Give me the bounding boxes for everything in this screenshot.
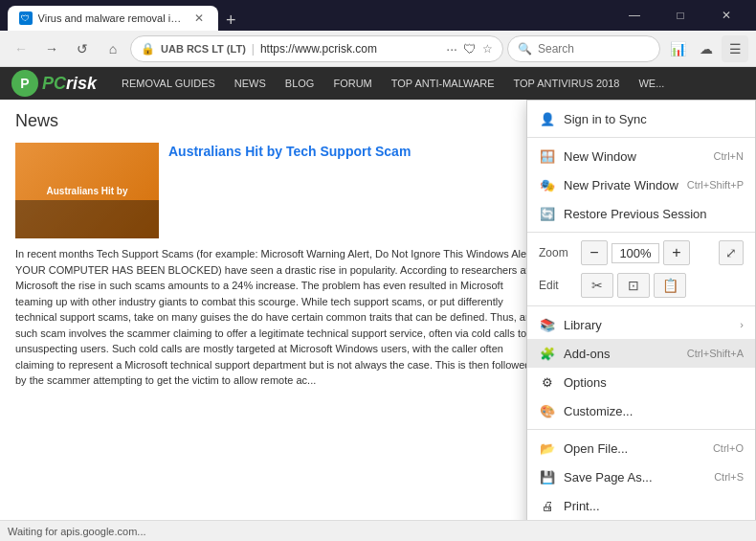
stats-button[interactable]: 📊	[664, 35, 691, 62]
zoom-fullscreen-button[interactable]: ⤢	[719, 240, 744, 265]
library-label: Library	[564, 318, 732, 332]
nav-item-blog[interactable]: BLOG	[276, 67, 324, 100]
zoom-label: Zoom	[539, 246, 577, 259]
menu-section-zoom: Zoom − 100% + ⤢ Edit ✂ ⊡ 📋	[527, 233, 755, 306]
menu-save-page[interactable]: 💾 Save Page As... Ctrl+S	[527, 462, 755, 491]
address-org: UAB RCS LT (LT)	[161, 43, 246, 55]
status-bar: Waiting for apis.google.com...	[0, 520, 756, 541]
open-file-shortcut: Ctrl+O	[713, 442, 744, 454]
main-article-body: In recent months Tech Support Scams (for…	[15, 246, 538, 389]
cut-button[interactable]: ✂	[581, 273, 613, 298]
edit-label: Edit	[539, 279, 577, 292]
paste-button[interactable]: 📋	[654, 273, 686, 298]
addons-label: Add-ons	[564, 347, 679, 361]
bookmark-button[interactable]: ☆	[482, 42, 493, 56]
print-label: Print...	[564, 499, 744, 513]
menu-section-sync: 👤 Sign in to Sync	[527, 101, 755, 138]
status-text: Waiting for apis.google.com...	[8, 526, 146, 537]
menu-library[interactable]: 📚 Library ›	[527, 310, 755, 339]
toolbar-icons: 📊 ☁ ☰	[664, 35, 748, 62]
sync-button[interactable]: ☁	[693, 35, 720, 62]
address-more-button[interactable]: ···	[446, 41, 457, 56]
nav-item-antimalware[interactable]: TOP ANTI-MALWARE	[382, 67, 504, 100]
shield-icon: 🛡	[463, 41, 477, 56]
open-file-icon: 📂	[539, 440, 556, 457]
library-icon: 📚	[539, 316, 556, 333]
tab-close-button[interactable]: ✕	[191, 11, 207, 26]
copy-button[interactable]: ⊡	[617, 273, 650, 298]
back-button[interactable]: ←	[8, 35, 34, 62]
gear-icon: ⚙	[539, 373, 556, 391]
library-arrow-icon: ›	[740, 319, 744, 330]
address-separator: |	[252, 42, 255, 56]
puzzle-icon: 🧩	[539, 345, 556, 362]
print-icon: 🖨	[539, 497, 556, 514]
search-input[interactable]	[538, 42, 650, 56]
new-window-shortcut: Ctrl+N	[714, 150, 744, 162]
menu-section-library: 📚 Library › 🧩 Add-ons Ctrl+Shift+A ⚙ Opt…	[527, 306, 755, 430]
new-tab-button[interactable]: +	[218, 11, 244, 31]
logo-icon: P	[11, 70, 38, 97]
menu-restore-session[interactable]: 🔄 Restore Previous Session	[527, 199, 755, 228]
browser-content: News Australians Hit by Australians Hit …	[0, 100, 756, 520]
edit-control: Edit ✂ ⊡ 📋	[527, 269, 755, 302]
nav-item-more[interactable]: WE...	[629, 67, 674, 100]
minimize-button[interactable]: —	[612, 0, 656, 31]
site-logo: P PCrisk	[11, 70, 97, 97]
active-tab[interactable]: 🛡 Virus and malware removal ins... ✕	[8, 6, 218, 31]
menu-section-file: 📂 Open File... Ctrl+O 💾 Save Page As... …	[527, 430, 755, 520]
open-file-label: Open File...	[564, 441, 705, 456]
zoom-control: Zoom − 100% + ⤢	[527, 237, 755, 269]
menu-button[interactable]: ☰	[722, 35, 748, 62]
tab-title: Virus and malware removal ins...	[38, 12, 187, 24]
new-window-label: New Window	[564, 149, 706, 164]
restore-session-label: Restore Previous Session	[564, 207, 744, 221]
main-article: Australians Hit by Australians Hit by Te…	[15, 143, 538, 452]
mask-icon: 🎭	[539, 176, 556, 193]
search-box[interactable]: 🔍	[507, 35, 660, 62]
title-bar: 🛡 Virus and malware removal ins... ✕ + —…	[0, 0, 756, 31]
addons-shortcut: Ctrl+Shift+A	[687, 348, 744, 359]
reload-button[interactable]: ↺	[69, 35, 96, 62]
home-button[interactable]: ⌂	[100, 35, 126, 62]
sync-icon: 👤	[539, 110, 556, 127]
zoom-value: 100%	[611, 243, 659, 263]
nav-item-forum[interactable]: FORUM	[323, 67, 381, 100]
menu-section-windows: 🪟 New Window Ctrl+N 🎭 New Private Window…	[527, 138, 755, 233]
menu-options[interactable]: ⚙ Options	[527, 368, 755, 396]
maximize-button[interactable]: □	[658, 0, 702, 31]
menu-print[interactable]: 🖨 Print...	[527, 491, 755, 520]
window-icon: 🪟	[539, 147, 556, 165]
menu-open-file[interactable]: 📂 Open File... Ctrl+O	[527, 434, 755, 462]
nav-item-antivirus[interactable]: TOP ANTIVIRUS 2018	[504, 67, 630, 100]
menu-private-window[interactable]: 🎭 New Private Window Ctrl+Shift+P	[527, 170, 755, 199]
save-page-shortcut: Ctrl+S	[714, 471, 744, 483]
zoom-minus-button[interactable]: −	[581, 240, 608, 265]
tab-area: 🛡 Virus and malware removal ins... ✕ +	[8, 0, 609, 31]
private-window-shortcut: Ctrl+Shift+P	[687, 179, 744, 191]
save-page-label: Save Page As...	[564, 470, 706, 485]
customize-label: Customize...	[564, 404, 744, 418]
main-article-title: Australians Hit by Tech Support Scam	[168, 143, 538, 160]
nav-item-removal[interactable]: REMOVAL GUIDES	[112, 67, 225, 100]
private-window-label: New Private Window	[564, 178, 679, 192]
options-label: Options	[564, 375, 744, 390]
menu-sign-in[interactable]: 👤 Sign in to Sync	[527, 104, 755, 133]
browser-dropdown-menu: 👤 Sign in to Sync 🪟 New Window Ctrl+N 🎭 …	[526, 100, 756, 520]
save-icon: 💾	[539, 468, 556, 485]
main-article-image: Australians Hit by	[15, 143, 159, 238]
window-controls: — □ ✕	[612, 0, 748, 31]
browser-toolbar: ← → ↺ ⌂ 🔒 UAB RCS LT (LT) | https://www.…	[0, 31, 756, 67]
logo-text: PCrisk	[42, 74, 97, 94]
nav-item-news[interactable]: NEWS	[225, 67, 276, 100]
close-button[interactable]: ✕	[704, 0, 748, 31]
menu-new-window[interactable]: 🪟 New Window Ctrl+N	[527, 142, 755, 170]
zoom-plus-button[interactable]: +	[663, 240, 690, 265]
tab-favicon: 🛡	[19, 11, 33, 25]
main-article-content: Australians Hit by Tech Support Scam	[168, 143, 538, 238]
address-bar[interactable]: 🔒 UAB RCS LT (LT) | https://www.pcrisk.c…	[130, 35, 503, 62]
ssl-lock-icon: 🔒	[141, 42, 155, 56]
forward-button[interactable]: →	[38, 35, 65, 62]
menu-customize[interactable]: 🎨 Customize...	[527, 396, 755, 425]
menu-addons[interactable]: 🧩 Add-ons Ctrl+Shift+A	[527, 339, 755, 368]
